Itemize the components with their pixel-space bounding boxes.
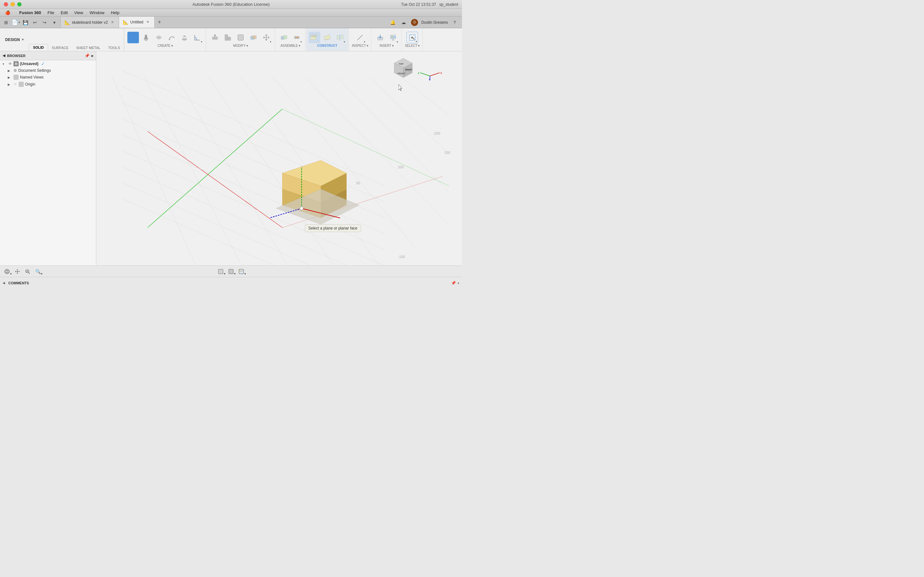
menu-file[interactable]: File	[45, 10, 57, 16]
design-mode-button[interactable]: DESIGN ▼	[1, 28, 28, 51]
svg-line-93	[430, 73, 439, 76]
undo-button[interactable]: ↩	[31, 18, 39, 27]
svg-text:X: X	[440, 71, 442, 75]
comments-label: COMMENTS	[8, 281, 29, 285]
new-file-button[interactable]: 📄▾	[11, 18, 20, 27]
tab-close-icon-2[interactable]: ✕	[145, 19, 150, 25]
svg-rect-43	[15, 63, 17, 65]
view-cube[interactable]: FRONT RIGHT TOP X Z Y	[391, 55, 443, 82]
eye-closed-icon: 👁	[13, 82, 17, 87]
shell-button[interactable]	[235, 32, 246, 43]
extrude-button[interactable]	[140, 32, 152, 43]
browser-root-item[interactable]: ▾ 👁 (Unsaved) ✓	[0, 60, 96, 67]
svg-text:150: 150	[444, 151, 450, 155]
browser-doc-settings[interactable]: ▶ ⚙ Document Settings	[0, 67, 96, 74]
move-button[interactable]: ▼	[260, 32, 272, 43]
loft-button[interactable]	[179, 32, 190, 43]
help-button[interactable]: ?	[451, 18, 459, 27]
tab-label-2: Untitled	[130, 20, 144, 24]
tab-tools[interactable]: TOOLS	[104, 45, 124, 51]
zoom-dropdown-button[interactable]: 🔍 ▼	[33, 267, 42, 276]
midplane-button[interactable]: ▼	[334, 32, 346, 43]
combine-button[interactable]	[248, 32, 259, 43]
visual-style-button[interactable]: ▼	[226, 267, 236, 276]
sweep-button[interactable]	[166, 32, 178, 43]
svg-point-8	[184, 35, 186, 37]
menu-help[interactable]: Help	[108, 10, 122, 16]
comments-right-icon[interactable]: ▸	[458, 281, 459, 285]
menu-edit[interactable]: Edit	[58, 10, 70, 16]
svg-text:Y: Y	[429, 78, 431, 81]
svg-rect-30	[341, 35, 343, 39]
svg-text:FRONT: FRONT	[397, 73, 405, 75]
svg-rect-13	[228, 37, 231, 40]
browser-collapse-icon[interactable]: ◀	[3, 53, 5, 58]
cloud-button[interactable]: ☁	[399, 18, 408, 27]
new-component-button[interactable]: +	[278, 32, 290, 43]
measure-button[interactable]: ▼	[354, 32, 366, 43]
browser-origin[interactable]: ▶ 👁 Origin	[0, 81, 96, 88]
menu-window[interactable]: Window	[87, 10, 107, 16]
browser-named-views[interactable]: ▶ Named Views	[0, 74, 96, 81]
tab-sheet-metal[interactable]: SHEET METAL	[73, 45, 104, 51]
tab-surface[interactable]: SURFACE	[48, 45, 73, 51]
revolve-button[interactable]	[153, 32, 165, 43]
fillet-mod-button[interactable]	[222, 32, 234, 43]
new-body-button[interactable]	[128, 32, 139, 43]
svg-rect-1	[132, 37, 136, 40]
toolbar-group-select: ▼ SELECT ▾	[402, 28, 423, 51]
fillet-button[interactable]: ▼	[192, 32, 203, 43]
svg-point-7	[182, 39, 187, 40]
tab-solid[interactable]: SOLID	[29, 44, 48, 51]
app-name-label: Fusion 360	[17, 10, 44, 16]
minimize-button[interactable]	[11, 2, 15, 6]
toolbar-group-assemble: + ▼ ASSEMBLE ▾	[276, 28, 305, 51]
browser-pin-icon[interactable]: 📌	[85, 53, 89, 58]
display-mode-button[interactable]: ▼	[216, 267, 225, 276]
zoom-button[interactable]	[23, 267, 32, 276]
viewport[interactable]: -200 150 100 50 -100 -150 -200 FRONT	[96, 51, 462, 266]
user-avatar[interactable]: D	[410, 18, 419, 27]
create-label: CREATE ▾	[158, 44, 173, 47]
orbit-button[interactable]: ▼	[3, 267, 11, 276]
inspect-icons: ▼	[354, 32, 366, 43]
more-button[interactable]: ▾	[50, 18, 58, 27]
pan-button[interactable]	[13, 267, 22, 276]
joint-button[interactable]: ▼	[291, 32, 302, 43]
insert-mesh-button[interactable]	[375, 32, 386, 43]
folder-icon	[13, 75, 19, 80]
tab-skateboard[interactable]: 📐 skateboard holder v2 ✕	[61, 17, 119, 28]
select-window-button[interactable]: ▼	[407, 32, 418, 43]
insert-label: INSERT ▾	[380, 44, 394, 47]
svg-rect-3	[145, 35, 147, 39]
view-cube-svg: FRONT RIGHT TOP	[391, 55, 416, 81]
save-button[interactable]: 💾	[21, 18, 29, 27]
offset-plane-button[interactable]	[309, 32, 320, 43]
press-pull-button[interactable]	[209, 32, 221, 43]
angle-plane-button[interactable]	[321, 32, 333, 43]
maximize-button[interactable]	[17, 2, 21, 6]
comments-pin-icon[interactable]: 📌	[451, 281, 456, 285]
visual-chevron-icon: ▼	[234, 272, 236, 276]
tab-close-icon[interactable]: ✕	[110, 20, 115, 25]
add-tab-button[interactable]: +	[155, 17, 165, 28]
named-views-label: Named Views	[20, 75, 44, 79]
menu-view[interactable]: View	[71, 10, 86, 16]
browser-chevron-icon[interactable]: ▸	[91, 53, 94, 58]
close-button[interactable]	[4, 2, 8, 6]
create-more-icon: ▼	[200, 41, 203, 43]
environment-button[interactable]: ▼	[237, 267, 246, 276]
modify-more-icon: ▼	[270, 41, 272, 43]
grid-view-button[interactable]: ⊞	[2, 18, 10, 27]
insert-canvas-button[interactable]: ▼	[387, 32, 399, 43]
svg-rect-11	[212, 37, 218, 39]
apple-menu[interactable]: 🍎	[3, 10, 13, 16]
bottom-toolbar: ▼ 🔍 ▼ ▼	[0, 266, 462, 277]
svg-text:TOP: TOP	[399, 63, 404, 65]
tab-untitled[interactable]: 📐 Untitled ✕	[119, 17, 155, 28]
redo-button[interactable]: ↪	[40, 18, 49, 27]
create-icons: ▼	[128, 32, 203, 43]
svg-text:Z: Z	[418, 71, 420, 75]
svg-point-40	[391, 35, 393, 37]
notifications-button[interactable]: 🔔	[389, 18, 397, 27]
